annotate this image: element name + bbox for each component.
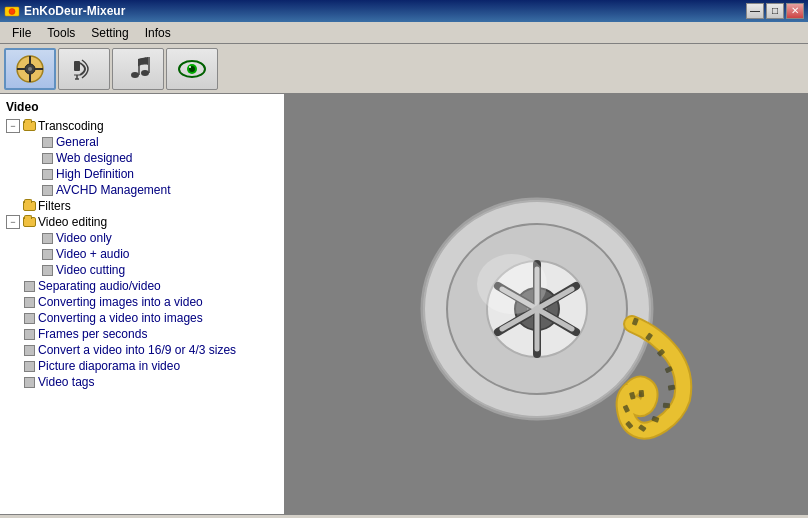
tree-item-web-designed[interactable]: Web designed (0, 150, 284, 166)
tree-label-video-tags: Video tags (38, 375, 95, 389)
tree-expander-filters (6, 199, 20, 213)
audio-icon (68, 53, 100, 85)
svg-point-13 (131, 72, 139, 78)
tree-icon-video-tags (22, 375, 36, 389)
tree-icon-video-editing (22, 215, 36, 229)
tree-icon-video-only (40, 231, 54, 245)
tree-icon-convert-video-ratio (22, 343, 36, 357)
tree-item-separating-audio-video[interactable]: Separating audio/video (0, 278, 284, 294)
tree-label-web-designed: Web designed (56, 151, 133, 165)
menu-infos[interactable]: Infos (137, 24, 179, 42)
app-title: EnKoDeur-Mixeur (24, 4, 125, 18)
tree-icon-avchd-management (40, 183, 54, 197)
tree-expander-high-definition (24, 167, 38, 181)
tree-label-picture-diaporama: Picture diaporama in video (38, 359, 180, 373)
title-bar: EnKoDeur-Mixeur — □ ✕ (0, 0, 808, 22)
tree-item-converting-images-into-video[interactable]: Converting images into a video (0, 294, 284, 310)
tree-item-filters[interactable]: Filters (0, 198, 284, 214)
maximize-button[interactable]: □ (766, 3, 784, 19)
menu-tools[interactable]: Tools (39, 24, 83, 42)
tree-icon-converting-images-into-video (22, 295, 36, 309)
tree-item-frames-per-seconds[interactable]: Frames per seconds (0, 326, 284, 342)
tree-icon-frames-per-seconds (22, 327, 36, 341)
tree-expander-web-designed (24, 151, 38, 165)
tree-label-high-definition: High Definition (56, 167, 134, 181)
minimize-button[interactable]: — (746, 3, 764, 19)
toolbar-video-button[interactable] (4, 48, 56, 90)
sidebar-section-video: Video (0, 98, 284, 116)
tree-label-separating-audio-video: Separating audio/video (38, 279, 161, 293)
tree-item-video-cutting[interactable]: Video cutting (0, 262, 284, 278)
tree-item-convert-video-ratio[interactable]: Convert a video into 16/9 or 4/3 sizes (0, 342, 284, 358)
tree-expander-frames-per-seconds (6, 327, 20, 341)
tree-label-video-editing: Video editing (38, 215, 107, 229)
tree-item-video-only[interactable]: Video only (0, 230, 284, 246)
svg-rect-9 (74, 61, 80, 71)
tree-item-transcoding[interactable]: −Transcoding (0, 118, 284, 134)
film-reel-svg (387, 144, 707, 464)
tree-expander-separating-audio-video (6, 279, 20, 293)
tree-expander-converting-images-into-video (6, 295, 20, 309)
tree-expander-picture-diaporama (6, 359, 20, 373)
tree-expander-avchd-management (24, 183, 38, 197)
tree-label-video-audio: Video + audio (56, 247, 130, 261)
window-controls: — □ ✕ (746, 3, 804, 19)
tree-expander-video-cutting (24, 263, 38, 277)
tree-label-avchd-management: AVCHD Management (56, 183, 171, 197)
tree-icon-general (40, 135, 54, 149)
tree-expander-converting-video-into-images (6, 311, 20, 325)
tree-expander-video-tags (6, 375, 20, 389)
tree-icon-high-definition (40, 167, 54, 181)
svg-rect-50 (638, 390, 644, 397)
tree-item-video-audio[interactable]: Video + audio (0, 246, 284, 262)
tree-label-frames-per-seconds: Frames per seconds (38, 327, 147, 341)
tree-icon-video-audio (40, 247, 54, 261)
tree-item-video-tags[interactable]: Video tags (0, 374, 284, 390)
tree-item-picture-diaporama[interactable]: Picture diaporama in video (0, 358, 284, 374)
svg-point-51 (477, 254, 547, 314)
tree-label-filters: Filters (38, 199, 71, 213)
tree-label-video-cutting: Video cutting (56, 263, 125, 277)
svg-point-14 (141, 70, 149, 76)
tree: −TranscodingGeneralWeb designedHigh Defi… (0, 116, 284, 392)
tree-icon-transcoding (22, 119, 36, 133)
film-reel-image (387, 144, 707, 464)
tree-icon-web-designed (40, 151, 54, 165)
content-area (285, 94, 808, 514)
menu-setting[interactable]: Setting (83, 24, 136, 42)
main-layout: Video −TranscodingGeneralWeb designedHig… (0, 94, 808, 514)
tree-item-converting-video-into-images[interactable]: Converting a video into images (0, 310, 284, 326)
tree-item-avchd-management[interactable]: AVCHD Management (0, 182, 284, 198)
toolbar-music-button[interactable] (112, 48, 164, 90)
tree-icon-converting-video-into-images (22, 311, 36, 325)
tree-label-transcoding: Transcoding (38, 119, 104, 133)
tree-icon-picture-diaporama (22, 359, 36, 373)
sidebar: Video −TranscodingGeneralWeb designedHig… (0, 94, 285, 514)
tree-item-video-editing[interactable]: −Video editing (0, 214, 284, 230)
tree-icon-video-cutting (40, 263, 54, 277)
toolbar (0, 44, 808, 94)
status-bar (0, 514, 808, 518)
svg-rect-44 (662, 403, 669, 409)
tree-expander-general (24, 135, 38, 149)
video-reel-icon (14, 53, 46, 85)
tree-expander-video-audio (24, 247, 38, 261)
tree-expander-convert-video-ratio (6, 343, 20, 357)
toolbar-preview-button[interactable] (166, 48, 218, 90)
tree-item-high-definition[interactable]: High Definition (0, 166, 284, 182)
toolbar-audio-button[interactable] (58, 48, 110, 90)
tree-label-converting-video-into-images: Converting a video into images (38, 311, 203, 325)
svg-point-20 (189, 66, 191, 68)
svg-point-4 (28, 67, 32, 71)
menu-file[interactable]: File (4, 24, 39, 42)
close-button[interactable]: ✕ (786, 3, 804, 19)
tree-expander-video-editing: − (6, 215, 20, 229)
svg-point-1 (9, 9, 15, 15)
tree-item-general[interactable]: General (0, 134, 284, 150)
tree-expander-transcoding: − (6, 119, 20, 133)
music-icon (122, 53, 154, 85)
title-bar-left: EnKoDeur-Mixeur (4, 3, 125, 19)
tree-label-converting-images-into-video: Converting images into a video (38, 295, 203, 309)
tree-label-convert-video-ratio: Convert a video into 16/9 or 4/3 sizes (38, 343, 236, 357)
tree-label-general: General (56, 135, 99, 149)
